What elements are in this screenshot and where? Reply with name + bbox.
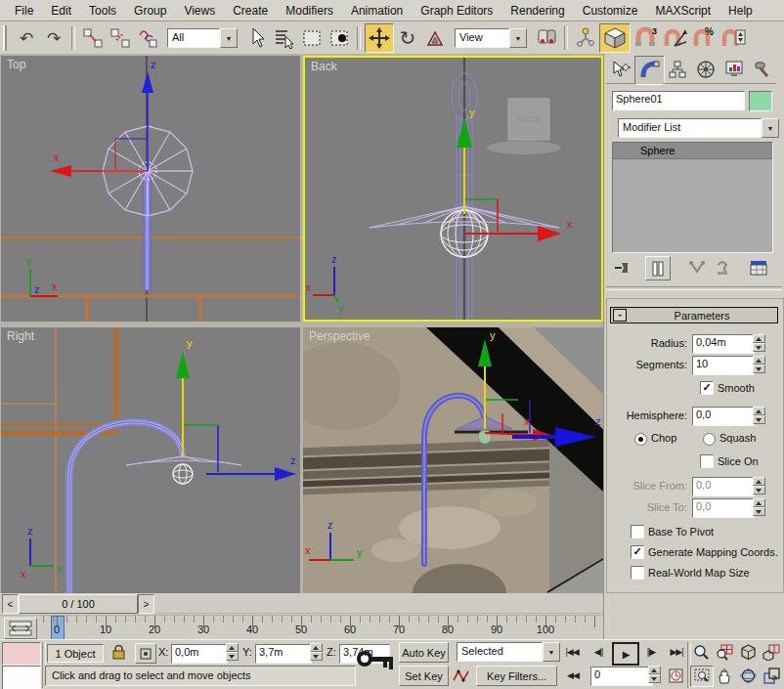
go-to-start-button[interactable]: |◀◀ (560, 642, 584, 662)
make-unique-button[interactable] (686, 257, 708, 278)
menu-group[interactable]: Group (125, 4, 175, 18)
key-filters-button[interactable]: Key Filters... (476, 666, 557, 686)
pin-stack-button[interactable] (612, 257, 633, 278)
x-coord-spinner[interactable] (226, 643, 239, 661)
real-world-checkbox[interactable] (631, 566, 644, 580)
previous-frame-button[interactable]: ◀|| (587, 642, 610, 662)
select-and-link-button[interactable] (79, 24, 107, 52)
pan-button[interactable] (714, 666, 735, 685)
frame-spinner[interactable] (648, 666, 661, 683)
zoom-region-button[interactable] (690, 666, 714, 687)
menu-help[interactable]: Help (719, 4, 762, 18)
snaps-toggle-button[interactable] (599, 23, 631, 53)
menu-customize[interactable]: Customize (574, 4, 647, 18)
viewport-perspective[interactable]: y x z z x y Perspective (303, 327, 603, 593)
maxscript-macro-recorder[interactable] (2, 642, 41, 666)
key-filter-dropdown[interactable]: Selected ▼ (457, 642, 560, 662)
hemisphere-spinner[interactable] (753, 407, 765, 424)
open-mini-curve-editor-button[interactable] (4, 618, 37, 639)
use-pivot-center-button[interactable] (533, 24, 560, 52)
menu-create[interactable]: Create (224, 4, 277, 18)
object-color-swatch[interactable] (749, 91, 772, 111)
default-tangents-button[interactable] (451, 666, 472, 684)
hemisphere-field[interactable]: 0,0 (692, 407, 755, 426)
time-slider-next-button[interactable]: > (138, 594, 154, 614)
modifier-stack[interactable]: Sphere (612, 142, 773, 253)
percent-snap-button[interactable]: % (689, 24, 719, 52)
set-key-button[interactable]: Set Key (399, 666, 449, 686)
dropdown-arrow-icon[interactable]: ▼ (509, 28, 527, 48)
viewport-right[interactable]: y z z x y Right (1, 327, 300, 593)
menu-graph-editors[interactable]: Graph Editors (412, 4, 501, 18)
next-frame-button[interactable]: ||▶ (639, 642, 663, 662)
tab-create[interactable] (606, 56, 634, 84)
set-keys-button[interactable] (356, 645, 397, 684)
zoom-extents-all-button[interactable] (761, 642, 782, 662)
bind-to-space-warp-button[interactable] (134, 24, 161, 52)
modifier-stack-item-sphere[interactable]: Sphere (613, 143, 772, 159)
dropdown-arrow-icon[interactable]: ▼ (220, 28, 238, 48)
go-to-end-button[interactable]: ▶▶| (665, 642, 688, 662)
spinner-snap-button[interactable] (719, 24, 748, 52)
menu-animation[interactable]: Animation (342, 4, 412, 18)
zoom-button[interactable] (690, 642, 712, 662)
dropdown-arrow-icon[interactable]: ▼ (762, 118, 779, 138)
snap-3d-button[interactable]: 3 (631, 24, 660, 52)
base-to-pivot-checkbox[interactable] (631, 525, 644, 538)
modifier-list-dropdown[interactable]: Modifier List ▼ (618, 118, 779, 138)
segments-spinner[interactable] (753, 356, 765, 373)
redo-button[interactable]: ↷ (40, 24, 67, 52)
arc-rotate-button[interactable] (737, 666, 759, 685)
menu-rendering[interactable]: Rendering (501, 4, 573, 18)
absolute-mode-toggle[interactable] (135, 643, 156, 664)
track-bar-ruler[interactable]: 0 10 20 30 40 50 60 70 80 90 100 (43, 616, 604, 640)
viewport-top-label[interactable]: Top (7, 58, 25, 71)
toolbar-grip[interactable] (3, 25, 10, 51)
menu-maxscript[interactable]: MAXScript (646, 4, 719, 18)
viewport-top[interactable]: x z y z x Top (1, 56, 300, 322)
select-and-move-button[interactable] (365, 23, 394, 53)
maximize-viewport-toggle[interactable] (761, 666, 782, 685)
select-and-scale-button[interactable] (421, 24, 449, 52)
time-slider-prev-button[interactable]: < (2, 594, 19, 614)
zoom-extents-button[interactable] (737, 642, 759, 662)
parameters-rollout-header[interactable]: - Parameters (610, 307, 778, 323)
angle-snap-button[interactable] (660, 24, 689, 52)
squash-radio[interactable] (703, 433, 716, 446)
tab-modify[interactable] (634, 56, 665, 85)
configure-modifier-sets-button[interactable] (747, 257, 770, 278)
menu-views[interactable]: Views (175, 4, 224, 18)
tab-utilities[interactable] (748, 56, 776, 84)
menu-edit[interactable]: Edit (42, 4, 80, 18)
reference-coord-system-dropdown[interactable]: View ▼ (455, 28, 527, 48)
show-end-result-button[interactable] (645, 256, 671, 280)
object-name-field[interactable]: Sphere01 (612, 91, 745, 110)
radius-field[interactable]: 0,04m (692, 334, 755, 354)
tab-display[interactable] (719, 56, 748, 84)
menu-modifiers[interactable]: Modifiers (277, 4, 342, 18)
y-coord-field[interactable]: 3,7m (255, 644, 312, 664)
viewport-right-label[interactable]: Right (7, 329, 34, 343)
slice-on-checkbox[interactable] (700, 454, 714, 468)
tab-hierarchy[interactable] (663, 56, 691, 84)
smooth-checkbox[interactable]: ✓ (700, 381, 714, 395)
select-and-manipulate-button[interactable] (572, 24, 599, 52)
undo-button[interactable]: ↶ (13, 24, 40, 52)
maxscript-mini-listener[interactable] (2, 666, 41, 689)
radius-spinner[interactable] (753, 334, 765, 352)
remove-modifier-button[interactable] (712, 257, 733, 278)
time-configuration-button[interactable] (666, 666, 685, 685)
window-crossing-button[interactable] (326, 24, 353, 52)
tab-motion[interactable] (691, 56, 719, 84)
menu-tools[interactable]: Tools (80, 4, 125, 18)
viewport-back[interactable]: BACK y x (303, 56, 603, 322)
key-mode-toggle-button[interactable]: ◀◀ (560, 666, 586, 685)
select-by-name-button[interactable] (271, 24, 298, 52)
menu-file[interactable]: File (6, 4, 42, 18)
auto-key-button[interactable]: Auto Key (399, 642, 449, 663)
unlink-selection-button[interactable] (107, 24, 134, 52)
selection-filter-dropdown[interactable]: All ▼ (167, 28, 238, 48)
y-coord-spinner[interactable] (310, 643, 323, 661)
rectangular-selection-region-button[interactable] (298, 24, 326, 52)
viewport-perspective-label[interactable]: Perspective (309, 329, 370, 343)
